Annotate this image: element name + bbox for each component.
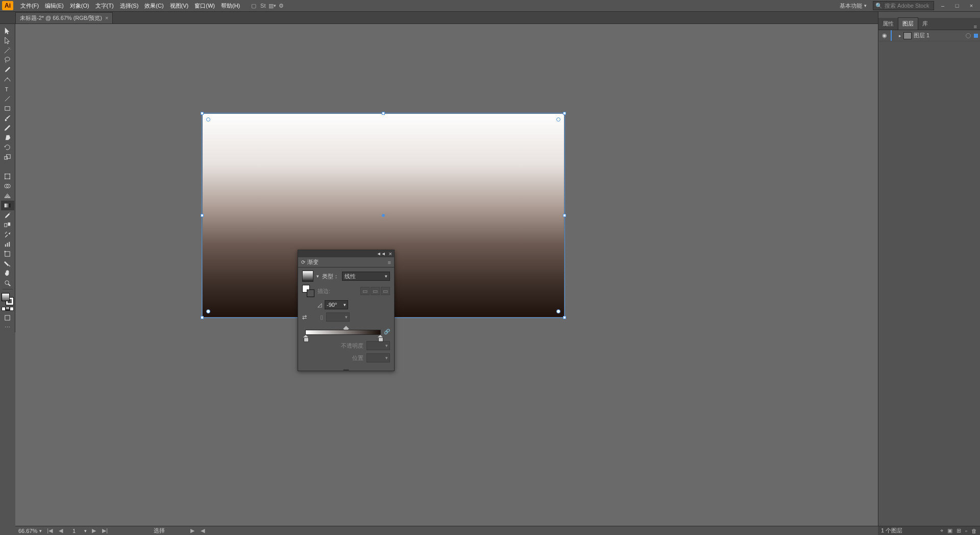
- menu-edit[interactable]: 编辑(E): [42, 0, 67, 12]
- artboard-tool[interactable]: [1, 249, 14, 259]
- zoom-tool[interactable]: [1, 278, 14, 288]
- status-play-button[interactable]: ▶: [189, 527, 195, 534]
- gradient-fill-stroke[interactable]: [302, 285, 314, 297]
- close-tab-icon[interactable]: ×: [105, 15, 108, 21]
- menu-window[interactable]: 窗口(W): [191, 0, 218, 12]
- tab-properties[interactable]: 属性: [878, 18, 898, 30]
- line-tool[interactable]: [1, 94, 14, 104]
- layer-target-icon[interactable]: [966, 33, 971, 38]
- stroke-across-button[interactable]: ▭: [381, 287, 390, 295]
- refresh-icon[interactable]: ⟳: [301, 259, 305, 265]
- document-tab[interactable]: 未标题-2* @ 66.67% (RGB/预览) ×: [15, 12, 113, 23]
- gpu-icon[interactable]: ⚙: [277, 1, 286, 10]
- last-artboard-button[interactable]: ▶|: [101, 527, 109, 534]
- locate-object-icon[interactable]: ⌖: [940, 527, 943, 534]
- maximize-button[interactable]: □: [951, 1, 963, 10]
- gradient-preview[interactable]: [302, 271, 313, 282]
- width-tool[interactable]: [1, 162, 14, 172]
- edit-toolbar[interactable]: ⋯: [1, 323, 14, 332]
- layer-row[interactable]: ◉ ▸ 图层 1: [878, 30, 980, 41]
- tab-layers[interactable]: 图层: [898, 17, 918, 30]
- make-clipping-mask-icon[interactable]: ▣: [947, 527, 952, 534]
- screen-mode[interactable]: [1, 313, 14, 323]
- menu-effect[interactable]: 效果(C): [141, 0, 166, 12]
- minimize-button[interactable]: –: [937, 1, 948, 10]
- prev-artboard-button[interactable]: ◀: [58, 527, 64, 534]
- eyedropper-tool[interactable]: [1, 210, 14, 220]
- zoom-level[interactable]: 66.67% ▾: [18, 528, 42, 534]
- delete-layer-icon[interactable]: 🗑: [971, 528, 977, 534]
- panel-menu-icon[interactable]: ≡: [388, 259, 391, 265]
- arrange-icon[interactable]: ▥ ▾: [267, 1, 277, 10]
- gradient-tool[interactable]: [1, 201, 14, 210]
- next-artboard-button[interactable]: ▶: [91, 527, 97, 534]
- magic-wand-tool[interactable]: [1, 45, 14, 55]
- collapse-icon[interactable]: ◄◄: [377, 251, 386, 256]
- menu-file[interactable]: 文件(F): [17, 0, 42, 12]
- color-mode-none[interactable]: [10, 307, 14, 311]
- lasso-tool[interactable]: [1, 55, 14, 65]
- menu-type[interactable]: 文字(T): [92, 0, 117, 12]
- menu-view[interactable]: 视图(V): [167, 0, 192, 12]
- rectangle-tool[interactable]: [1, 104, 14, 113]
- new-sublayer-icon[interactable]: ⊞: [957, 527, 961, 534]
- stroke-within-button[interactable]: ▭: [360, 287, 370, 295]
- gradient-type-select[interactable]: 线性 ▾: [342, 272, 390, 281]
- menu-select[interactable]: 选择(S): [117, 0, 142, 12]
- workspace-switcher[interactable]: 基本功能 ▾: [837, 2, 870, 10]
- tab-libraries[interactable]: 库: [918, 18, 932, 30]
- share-icon[interactable]: ▢: [249, 1, 258, 10]
- curvature-tool[interactable]: [1, 75, 14, 84]
- rotate-tool[interactable]: [1, 142, 14, 152]
- disclosure-icon[interactable]: ▸: [899, 33, 901, 38]
- reverse-gradient-icon[interactable]: ⇄: [302, 314, 307, 321]
- canvas-area[interactable]: ◄◄ × ⟳ 渐变 ≡ ▾ 类型： 线性 ▾ 描边: ▭: [15, 24, 878, 526]
- chevron-down-icon[interactable]: ▾: [84, 528, 87, 533]
- panel-titlebar[interactable]: ◄◄ ×: [298, 250, 394, 257]
- status-rev-button[interactable]: ◀: [200, 527, 206, 534]
- free-transform-tool[interactable]: [1, 172, 14, 181]
- close-button[interactable]: ×: [966, 1, 977, 10]
- vertical-scrollbar[interactable]: [869, 255, 876, 296]
- layer-name[interactable]: 图层 1: [914, 32, 929, 39]
- blend-tool[interactable]: [1, 220, 14, 230]
- shape-builder-tool[interactable]: [1, 181, 14, 191]
- direct-selection-tool[interactable]: [1, 36, 14, 45]
- menu-help[interactable]: 帮助(H): [218, 0, 243, 12]
- menu-object[interactable]: 对象(O): [67, 0, 92, 12]
- gradient-ramp[interactable]: [305, 330, 381, 335]
- gradient-slider[interactable]: 🔗: [302, 327, 390, 338]
- stock-icon[interactable]: St: [258, 1, 267, 10]
- panel-menu-icon[interactable]: ≡: [971, 23, 980, 30]
- scale-tool[interactable]: [1, 152, 14, 162]
- gradient-stop-right[interactable]: [378, 335, 383, 341]
- gradient-preset-chevron[interactable]: ▾: [316, 274, 319, 279]
- type-tool[interactable]: T: [1, 84, 14, 94]
- perspective-grid-tool[interactable]: [1, 191, 14, 201]
- fill-stroke-swatch[interactable]: [1, 293, 14, 306]
- artboard-number[interactable]: 1: [68, 528, 80, 534]
- search-stock-input[interactable]: 🔍 搜索 Adobe Stock: [873, 1, 934, 10]
- gradient-stop-left[interactable]: [303, 335, 308, 341]
- color-mode-solid[interactable]: [2, 307, 6, 311]
- slice-tool[interactable]: [1, 259, 14, 269]
- new-layer-icon[interactable]: ▫: [965, 528, 967, 534]
- paintbrush-tool[interactable]: [1, 113, 14, 123]
- angle-input[interactable]: -90° ▾: [325, 300, 348, 309]
- fill-swatch[interactable]: [2, 293, 10, 301]
- pencil-tool[interactable]: [1, 123, 14, 133]
- first-artboard-button[interactable]: |◀: [46, 527, 54, 534]
- column-graph-tool[interactable]: [1, 239, 14, 249]
- color-mode-gradient[interactable]: [6, 307, 10, 311]
- stroke-along-button[interactable]: ▭: [371, 287, 380, 295]
- symbol-sprayer-tool[interactable]: [1, 230, 14, 239]
- panel-resize-handle[interactable]: ▬: [298, 368, 394, 371]
- pen-tool[interactable]: [1, 65, 14, 75]
- eraser-tool[interactable]: [1, 133, 14, 142]
- gradient-panel[interactable]: ◄◄ × ⟳ 渐变 ≡ ▾ 类型： 线性 ▾ 描边: ▭: [298, 250, 395, 371]
- visibility-toggle[interactable]: ◉: [880, 32, 889, 39]
- selection-tool[interactable]: [1, 26, 14, 36]
- panel-close-icon[interactable]: ×: [389, 251, 392, 257]
- hand-tool[interactable]: [1, 269, 14, 278]
- link-stops-icon[interactable]: 🔗: [384, 329, 390, 334]
